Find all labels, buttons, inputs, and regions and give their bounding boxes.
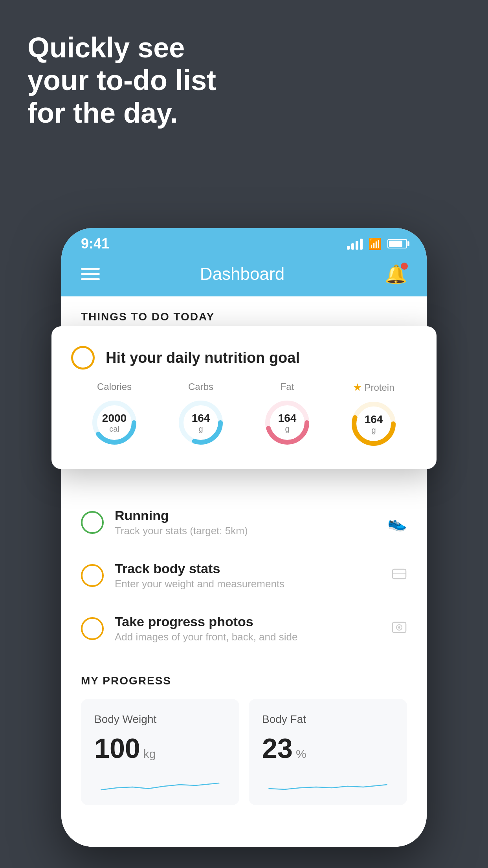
todo-subtitle-running: Track your stats (target: 5km): [115, 525, 387, 537]
progress-cards: Body Weight 100 kg Body Fat 23 %: [81, 699, 407, 805]
calories-value: 2000 cal: [102, 412, 127, 433]
progress-section: MY PROGRESS Body Weight 100 kg Body Fat: [61, 655, 427, 805]
body-weight-unit: kg: [143, 747, 156, 761]
status-bar: 9:41 📶: [61, 228, 427, 256]
todo-title-running: Running: [115, 508, 387, 523]
status-icons: 📶: [347, 237, 407, 250]
body-weight-chart: [94, 772, 226, 796]
calories-label: Calories: [97, 381, 132, 392]
calories-item: Calories 2000 cal: [89, 381, 140, 449]
nutrition-todo-row: Hit your daily nutrition goal: [71, 346, 417, 370]
todo-subtitle-body-stats: Enter your weight and measurements: [115, 578, 391, 590]
body-fat-label: Body Fat: [262, 713, 394, 726]
todo-text-photos: Take progress photos Add images of your …: [115, 614, 391, 643]
signal-icon: [347, 238, 363, 250]
nutrition-radio[interactable]: [71, 346, 95, 370]
todo-item-photos[interactable]: Take progress photos Add images of your …: [81, 602, 407, 655]
nutrition-card: Hit your daily nutrition goal Calories 2…: [51, 326, 437, 469]
header-title: Dashboard: [200, 264, 284, 284]
status-time: 9:41: [81, 235, 109, 252]
fat-item: Fat 164 g: [262, 381, 313, 449]
photo-icon: [391, 619, 407, 638]
nutrition-todo-label: Hit your daily nutrition goal: [106, 349, 300, 366]
star-icon: ★: [353, 381, 362, 394]
protein-value: 164 g: [365, 414, 383, 434]
carbs-donut: 164 g: [175, 397, 226, 448]
notifications-button[interactable]: 🔔: [385, 263, 407, 285]
todo-circle-body-stats: [81, 564, 104, 587]
phone-mockup: 9:41 📶 Dashboard 🔔 THINGS: [61, 228, 427, 847]
fat-donut: 164 g: [262, 397, 313, 448]
body-weight-value-row: 100 kg: [94, 733, 226, 764]
body-fat-chart: [262, 772, 394, 796]
todo-text-running: Running Track your stats (target: 5km): [115, 508, 387, 537]
todo-title-body-stats: Track body stats: [115, 561, 391, 576]
fat-label: Fat: [281, 381, 294, 392]
protein-donut: 164 g: [348, 398, 399, 449]
todo-circle-running: [81, 511, 104, 534]
notification-dot: [401, 263, 408, 270]
app-header: Dashboard 🔔: [61, 256, 427, 296]
body-fat-card: Body Fat 23 %: [249, 699, 407, 805]
progress-title: MY PROGRESS: [81, 675, 407, 687]
svg-point-4: [398, 626, 400, 629]
body-fat-unit: %: [296, 747, 306, 761]
todo-item-body-stats[interactable]: Track body stats Enter your weight and m…: [81, 549, 407, 602]
protein-item: ★ Protein 164 g: [348, 381, 399, 449]
body-fat-value: 23: [262, 733, 293, 764]
body-weight-card: Body Weight 100 kg: [81, 699, 239, 805]
todo-list: Running Track your stats (target: 5km) 👟…: [61, 496, 427, 655]
things-todo-header: THINGS TO DO TODAY: [61, 296, 427, 331]
carbs-value: 164 g: [192, 412, 210, 433]
body-weight-value: 100: [94, 733, 140, 764]
svg-rect-0: [393, 569, 406, 579]
scale-icon: [391, 566, 407, 585]
fat-value: 164 g: [278, 412, 297, 433]
wifi-icon: 📶: [368, 237, 382, 250]
hero-text: Quickly see your to-do list for the day.: [28, 31, 216, 129]
running-icon: 👟: [387, 513, 407, 532]
calories-donut: 2000 cal: [89, 397, 140, 448]
carbs-item: Carbs 164 g: [175, 381, 226, 449]
body-fat-value-row: 23 %: [262, 733, 394, 764]
nutrition-circles: Calories 2000 cal Carbs: [71, 381, 417, 449]
protein-label: ★ Protein: [353, 381, 394, 394]
body-weight-label: Body Weight: [94, 713, 226, 726]
battery-icon: [387, 239, 407, 248]
todo-text-body-stats: Track body stats Enter your weight and m…: [115, 561, 391, 590]
todo-item-running[interactable]: Running Track your stats (target: 5km) 👟: [81, 496, 407, 549]
todo-subtitle-photos: Add images of your front, back, and side: [115, 631, 391, 643]
menu-button[interactable]: [81, 268, 100, 280]
todo-circle-photos: [81, 617, 104, 640]
todo-title-photos: Take progress photos: [115, 614, 391, 629]
carbs-label: Carbs: [188, 381, 213, 392]
